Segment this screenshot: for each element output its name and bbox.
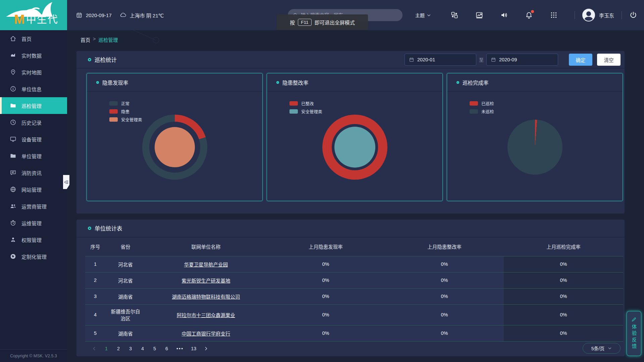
sidebar-item-2[interactable]: 实时地图 (0, 64, 67, 80)
column-header: 上月巡检完成率 (504, 237, 623, 256)
legend-label: 未巡检 (481, 108, 494, 115)
calendar-icon (76, 12, 83, 18)
cell-completion-rate: 0% (504, 256, 623, 272)
unit-name-link[interactable]: 阿拉尔市十三团众鑫源果业 (177, 313, 235, 318)
page-number-1[interactable]: 1 (104, 346, 109, 351)
legend-item[interactable]: 已巡检 (470, 99, 494, 107)
feedback-button[interactable]: 体验反馈 (627, 311, 641, 356)
pagination: 123456•••13 (85, 346, 208, 351)
chart-card-header: 隐患发现率 (87, 73, 262, 92)
legend-label: 隐患 (121, 108, 129, 115)
sidebar-item-5[interactable]: 历史记录 (0, 114, 67, 131)
legend-label: 安全管理类 (121, 116, 142, 123)
page-number-3[interactable]: 3 (128, 346, 133, 351)
clock-icon (9, 119, 17, 126)
sidebar-item-3[interactable]: 单位信息 (0, 80, 67, 97)
inspection-completion-chart-card: 巡检完成率 已巡检未巡检 (447, 73, 623, 201)
sidebar-item-label: 单位管理 (21, 153, 42, 160)
unit-statistics-table: 序号省份联网单位名称上月隐患发现率上月隐患整改率上月巡检完成率 1河北省华夏卫星… (85, 237, 623, 342)
sidebar-item-0[interactable]: 首页 (0, 30, 67, 47)
column-header: 上月隐患发现率 (266, 237, 385, 256)
user-avatar (582, 9, 595, 21)
cell-index: 3 (85, 288, 105, 304)
hazard-discovery-chart-card: 隐患发现率 正常隐患安全管理类 (87, 73, 263, 201)
notification-bell-button[interactable] (525, 11, 533, 19)
sidebar-item-9[interactable]: 网站管理 (0, 181, 67, 198)
cell-discovery-rate: 0% (266, 288, 385, 304)
page-number-5[interactable]: 5 (152, 346, 157, 351)
unit-name-link[interactable]: 华夏卫星导航产业园 (184, 262, 228, 267)
date-from-input[interactable] (405, 54, 476, 66)
apps-grid-button[interactable] (550, 11, 558, 19)
ring-marker-icon (88, 227, 91, 230)
legend-item[interactable]: 安全管理类 (289, 107, 322, 115)
prev-page-button[interactable] (92, 346, 97, 351)
clear-button[interactable]: 清空 (597, 54, 621, 66)
confirm-button[interactable]: 确定 (569, 54, 592, 66)
column-header: 上月隐患整改率 (385, 237, 504, 256)
date-from-value[interactable] (417, 57, 458, 62)
page-number-last[interactable]: 13 (191, 346, 196, 351)
page-number-4[interactable]: 4 (140, 346, 145, 351)
mode-switch-button[interactable] (450, 11, 459, 19)
legend-item[interactable]: 隐患 (109, 107, 142, 115)
date-to-value[interactable] (499, 57, 539, 62)
feedback-label: 体验反馈 (631, 324, 638, 350)
sidebar-item-11[interactable]: 运维管理 (0, 215, 67, 231)
report-chart-button[interactable] (475, 11, 483, 19)
chart-card-header: 隐患整改率 (267, 73, 442, 92)
sidebar-item-4[interactable]: 巡检管理 (0, 97, 67, 114)
copyright-text: Copyright © MSK. V2.5.3 (0, 349, 67, 362)
sidebar-item-label: 单位信息 (21, 85, 42, 93)
cell-completion-rate: 0% (504, 288, 623, 304)
table-row: 3湖南省湖南迈格瑞特物联科技有限公司0%0%0% (85, 288, 623, 304)
chart-legend: 已整改安全管理类 (289, 99, 322, 115)
sidebar-item-8[interactable]: 消防资讯 (0, 164, 67, 181)
unit-name-link[interactable]: 紫光新锐生产研发基地 (182, 278, 230, 284)
breadcrumb-current[interactable]: 巡检管理 (98, 36, 118, 43)
cell-unit: 中国工商银行学府支行 (146, 325, 266, 341)
sidebar-nav: 首页实时数据实时地图单位信息巡检管理历史记录设备管理单位管理消防资讯网站管理运营… (0, 30, 67, 265)
breadcrumb-home[interactable]: 首页 (80, 36, 90, 43)
table-header-row: 序号省份联网单位名称上月隐患发现率上月隐患整改率上月巡检完成率 (85, 237, 623, 256)
user-admin-icon (9, 236, 17, 243)
legend-item[interactable]: 已整改 (289, 99, 322, 107)
sidebar-item-7[interactable]: 单位管理 (0, 147, 67, 164)
next-page-button[interactable] (204, 346, 208, 351)
sidebar: M中生代 首页实时数据实时地图单位信息巡检管理历史记录设备管理单位管理消防资讯网… (0, 0, 67, 362)
notification-badge (531, 10, 534, 13)
page-number-6[interactable]: 6 (164, 346, 169, 351)
cell-index: 4 (85, 304, 105, 325)
topbar-divider (622, 11, 622, 19)
table-row: 4新疆维吾尔自治区阿拉尔市十三团众鑫源果业0%0%0% (85, 304, 623, 325)
legend-swatch (470, 109, 478, 114)
pagination-ellipsis[interactable]: ••• (176, 346, 183, 351)
app-logo[interactable]: M中生代 (0, 0, 67, 30)
sidebar-item-10[interactable]: 运营商管理 (0, 198, 67, 215)
sidebar-item-13[interactable]: 定制化管理 (0, 248, 67, 265)
date-to-input[interactable] (486, 54, 558, 66)
unit-name-link[interactable]: 中国工商银行学府支行 (182, 331, 230, 337)
legend-item[interactable]: 安全管理类 (109, 115, 142, 123)
table-footer: 123456•••13 5条/页 (85, 341, 621, 356)
logout-power-button[interactable] (629, 11, 637, 19)
weather-text: 上海市 阴 21℃ (130, 12, 164, 19)
monitor-icon (9, 135, 17, 143)
sidebar-item-12[interactable]: 权限管理 (0, 231, 67, 248)
table-panel-header: 单位统计表 (76, 220, 625, 237)
unit-name-link[interactable]: 湖南迈格瑞特物联科技有限公司 (172, 294, 240, 300)
topbar-icon-buttons: 李玉东 (450, 0, 637, 30)
cell-completion-rate: 0% (504, 325, 623, 341)
page-size-select[interactable]: 5条/页 (583, 343, 621, 354)
user-menu[interactable]: 李玉东 (582, 9, 614, 21)
sidebar-item-1[interactable]: 实时数据 (0, 47, 67, 64)
legend-item[interactable]: 未巡检 (470, 107, 494, 115)
theme-selector[interactable]: 主题 (415, 0, 431, 30)
apps-grid-icon (550, 11, 558, 19)
legend-item[interactable]: 正常 (109, 99, 142, 107)
sound-button[interactable] (500, 11, 508, 19)
sidebar-item-6[interactable]: 设备管理 (0, 131, 67, 147)
page-number-2[interactable]: 2 (116, 346, 121, 351)
cell-rectification-rate: 0% (385, 325, 504, 341)
cell-unit: 阿拉尔市十三团众鑫源果业 (146, 304, 266, 325)
